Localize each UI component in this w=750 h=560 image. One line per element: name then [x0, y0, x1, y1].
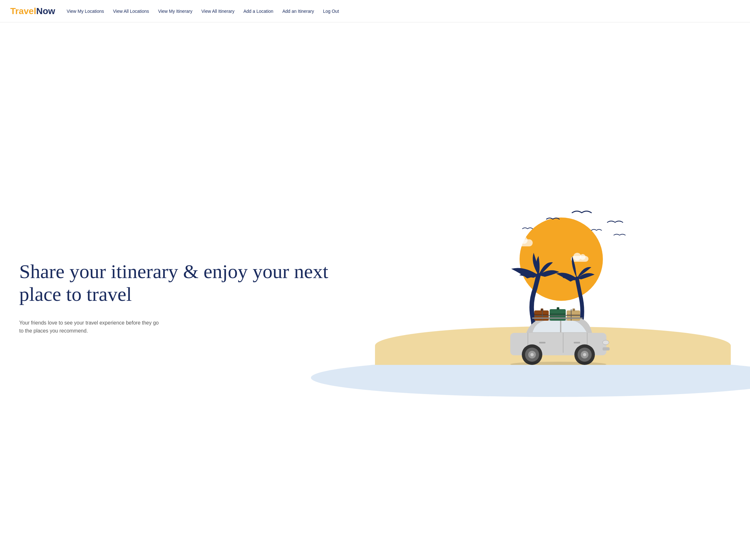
svg-rect-18: [550, 314, 566, 315]
svg-point-27: [510, 362, 607, 365]
navbar: TravelNow View My Locations View All Loc…: [0, 0, 750, 22]
left-section: Share your itinerary & enjoy your next p…: [19, 260, 375, 335]
svg-rect-19: [557, 307, 559, 310]
hero-title: Share your itinerary & enjoy your next p…: [19, 260, 362, 306]
logo-now: Now: [36, 6, 55, 16]
svg-rect-26: [532, 318, 583, 319]
svg-point-7: [530, 353, 534, 356]
svg-rect-13: [603, 347, 610, 351]
logo[interactable]: TravelNow: [10, 6, 55, 16]
nav-item-add-an-itinerary[interactable]: Add an Itinerary: [278, 8, 318, 14]
main-content: Share your itinerary & enjoy your next p…: [0, 22, 750, 560]
nav-link-view-all-itinerary[interactable]: View All Itinerary: [197, 6, 238, 16]
nav-item-view-all-locations[interactable]: View All Locations: [109, 8, 153, 14]
hero-subtitle: Your friends love to see your travel exp…: [19, 319, 160, 335]
svg-rect-21: [567, 314, 580, 315]
car-illustration: [504, 301, 613, 365]
nav-link-add-an-itinerary[interactable]: Add an Itinerary: [278, 6, 318, 16]
svg-rect-17: [550, 309, 566, 321]
nav-link-view-my-locations[interactable]: View My Locations: [63, 6, 108, 16]
nav-item-view-my-itinerary[interactable]: View My Itinerary: [154, 8, 196, 14]
svg-rect-15: [534, 314, 549, 315]
nav-link-log-out[interactable]: Log Out: [319, 6, 343, 16]
nav-link-view-my-itinerary[interactable]: View My Itinerary: [154, 6, 196, 16]
svg-point-12: [603, 340, 609, 345]
svg-rect-22: [572, 308, 575, 311]
logo-travel: Travel: [10, 6, 36, 16]
nav-link-view-all-locations[interactable]: View All Locations: [109, 6, 153, 16]
nav-item-view-all-itinerary[interactable]: View All Itinerary: [197, 8, 238, 14]
svg-rect-3: [574, 342, 580, 343]
nav-item-add-a-location[interactable]: Add a Location: [239, 8, 277, 14]
nav-links: View My Locations View All Locations Vie…: [63, 8, 343, 14]
nav-item-log-out[interactable]: Log Out: [319, 8, 343, 14]
nav-item-view-my-locations[interactable]: View My Locations: [63, 8, 108, 14]
svg-rect-2: [539, 342, 546, 343]
svg-point-11: [583, 353, 586, 356]
nav-link-add-a-location[interactable]: Add a Location: [239, 6, 277, 16]
right-illustration: [375, 198, 731, 397]
